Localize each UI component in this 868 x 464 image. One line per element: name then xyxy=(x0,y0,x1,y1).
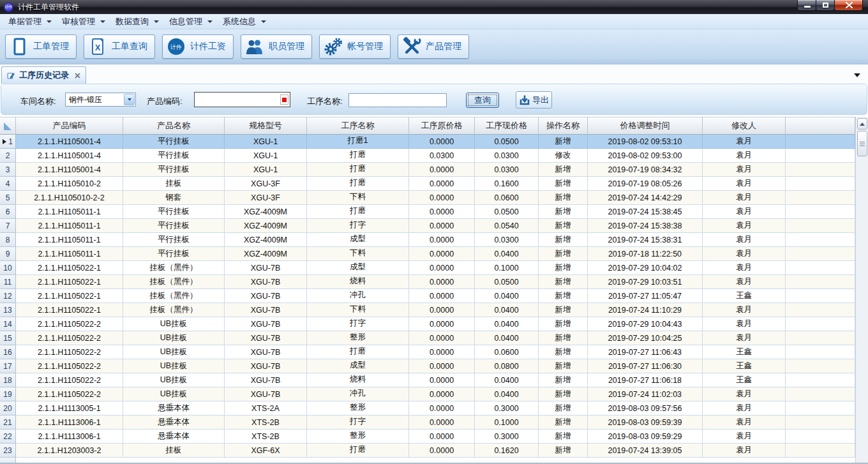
grid-cell[interactable]: 平行挂板 xyxy=(123,233,225,247)
grid-cell[interactable]: 新增 xyxy=(539,359,588,373)
grid-cell[interactable]: 袁月 xyxy=(703,275,786,289)
grid-cell[interactable]: 2.1.1.H1113006-1 xyxy=(16,415,123,430)
grid-cell[interactable]: 袁月 xyxy=(703,387,786,401)
grid-cell[interactable]: 新增 xyxy=(539,219,588,233)
grid-cell[interactable]: 0.0000 xyxy=(409,247,475,261)
grid-cell[interactable]: 0.0000 xyxy=(409,233,475,247)
grid-cell[interactable]: 王鑫 xyxy=(703,359,786,373)
grid-cell[interactable]: 悬垂本体 xyxy=(123,401,225,415)
work-order-mgmt-button[interactable]: 工单管理 xyxy=(5,34,77,59)
grid-cell[interactable]: 0.0000 xyxy=(409,430,475,444)
grid-cell[interactable]: 2.1.1.H1105001-4 xyxy=(16,149,123,163)
grid-cell[interactable]: 新增 xyxy=(539,430,588,444)
grid-cell[interactable]: 2.1.1.H1105022-2 xyxy=(16,345,123,359)
grid-cell[interactable]: 0.0000 xyxy=(409,219,475,233)
grid-cell[interactable]: 2019-08-02 09:53:00 xyxy=(588,149,703,163)
grid-cell[interactable]: 0.0500 xyxy=(475,205,539,219)
combo-dropdown-button[interactable] xyxy=(124,94,135,105)
row-number-cell[interactable]: 22 xyxy=(0,430,16,444)
scrollbar-thumb[interactable] xyxy=(857,131,867,156)
grid-cell[interactable]: 新增 xyxy=(539,303,588,317)
row-number-cell[interactable]: 23 xyxy=(0,444,16,458)
grid-cell-empty[interactable] xyxy=(786,331,855,345)
row-number-cell[interactable]: 5 xyxy=(0,191,16,205)
header-cell[interactable]: 修改人 xyxy=(703,117,786,135)
header-cell[interactable]: 操作名称 xyxy=(539,117,588,135)
grid-cell[interactable]: 0.0600 xyxy=(475,345,539,359)
menu-item-audit-mgmt[interactable]: 审核管理 xyxy=(58,14,112,29)
row-number-cell[interactable]: 17 xyxy=(0,359,16,373)
grid-cell[interactable]: 新增 xyxy=(539,261,588,275)
grid-cell[interactable]: 2019-07-27 11:06:18 xyxy=(588,373,703,387)
menu-item-data-query[interactable]: 数据查询 xyxy=(112,14,165,29)
grid-cell-empty[interactable] xyxy=(786,430,855,444)
grid-cell[interactable]: 0.0000 xyxy=(409,317,475,331)
grid-cell-empty[interactable] xyxy=(786,373,855,387)
grid-cell[interactable]: 打磨 xyxy=(307,149,409,163)
grid-cell[interactable]: 2019-07-27 11:05:47 xyxy=(588,289,703,303)
grid-cell[interactable]: 0.3000 xyxy=(475,430,539,444)
grid-cell[interactable]: 0.0400 xyxy=(475,331,539,345)
row-number-cell[interactable]: 6 xyxy=(0,205,16,219)
grid-cell[interactable]: 2.1.1.H1105022-2 xyxy=(16,331,123,345)
vertical-scrollbar[interactable] xyxy=(855,117,868,464)
grid-cell[interactable]: 2.1.1.H1203003-2 xyxy=(16,444,123,458)
grid-cell[interactable]: 袁月 xyxy=(703,317,786,331)
grid-cell[interactable]: 2019-07-24 11:02:03 xyxy=(588,387,703,401)
grid-cell[interactable]: 0.0000 xyxy=(409,275,475,289)
grid-cell[interactable]: 0.0000 xyxy=(409,444,475,458)
grid-cell[interactable]: XTS-2B xyxy=(225,430,307,444)
grid-cell[interactable]: 新增 xyxy=(539,401,588,415)
grid-cell[interactable]: 0.0500 xyxy=(475,135,539,149)
grid-cell[interactable]: 0.0000 xyxy=(409,261,475,275)
grid-cell[interactable]: 2019-07-27 11:06:43 xyxy=(588,345,703,359)
grid-cell[interactable]: 王鑫 xyxy=(703,373,786,387)
grid-cell[interactable]: 2019-07-18 11:22:50 xyxy=(588,247,703,261)
grid-cell[interactable]: 新增 xyxy=(539,289,588,303)
grid-cell[interactable]: 打磨 xyxy=(307,444,409,458)
grid-cell[interactable]: 平行挂板 xyxy=(123,205,225,219)
grid-cell[interactable]: XTS-2B xyxy=(225,415,307,430)
header-cell[interactable]: 产品编码 xyxy=(16,117,123,135)
header-cell[interactable]: 规格型号 xyxy=(225,117,307,135)
grid-cell[interactable]: 2019-08-02 09:53:10 xyxy=(588,135,703,149)
grid-cell[interactable]: 钢套 xyxy=(123,191,225,205)
grid-cell[interactable]: 袁月 xyxy=(703,177,786,191)
grid-cell[interactable]: 2.1.1.H1105022-2 xyxy=(16,317,123,331)
grid-cell[interactable]: 2.1.1.H1105022-1 xyxy=(16,261,123,275)
grid-cell[interactable]: 整形 xyxy=(307,401,409,415)
grid-cell[interactable]: 袁月 xyxy=(703,219,786,233)
grid-cell[interactable]: 0.0000 xyxy=(409,205,475,219)
staff-mgmt-button[interactable]: 职员管理 xyxy=(241,34,312,59)
grid-cell[interactable]: 2.1.1.H1105022-1 xyxy=(16,289,123,303)
grid-cell-empty[interactable] xyxy=(786,149,855,163)
grid-cell[interactable]: 2019-07-29 10:04:43 xyxy=(588,317,703,331)
grid-cell[interactable]: 0.0000 xyxy=(409,177,475,191)
grid-cell[interactable]: 打磨 xyxy=(307,205,409,219)
grid-cell[interactable]: 袁月 xyxy=(703,331,786,345)
grid-cell[interactable]: 袁月 xyxy=(703,233,786,247)
grid-cell[interactable]: XGZ-4009M xyxy=(225,205,307,219)
grid-cell-empty[interactable] xyxy=(786,219,855,233)
grid-cell[interactable]: 挂板 xyxy=(123,177,225,191)
grid-cell[interactable]: 2019-07-24 13:39:05 xyxy=(588,444,703,458)
grid-cell[interactable]: 冲孔 xyxy=(307,387,409,401)
grid-cell[interactable]: 2.1.1.H1113005-1 xyxy=(16,401,123,415)
grid-cell[interactable]: 新增 xyxy=(539,415,588,430)
row-number-cell[interactable]: 2 xyxy=(0,149,16,163)
grid-cell[interactable]: 冲孔 xyxy=(307,289,409,303)
grid-cell[interactable]: 2.1.1.H1105022-1 xyxy=(16,303,123,317)
grid-cell[interactable]: 袁月 xyxy=(703,135,786,149)
grid-cell[interactable]: 0.0300 xyxy=(475,163,539,177)
grid-cell[interactable]: XGZ-4009M xyxy=(225,219,307,233)
grid-cell[interactable]: 悬垂本体 xyxy=(123,430,225,444)
grid-cell[interactable]: 2019-08-03 09:59:29 xyxy=(588,430,703,444)
grid-cell[interactable]: 袁月 xyxy=(703,303,786,317)
grid-cell-empty[interactable] xyxy=(786,359,855,373)
header-cell-empty[interactable] xyxy=(786,117,855,135)
grid-cell[interactable]: 0.0300 xyxy=(475,149,539,163)
grid-cell[interactable]: 打磨 xyxy=(307,177,409,191)
grid-cell[interactable]: 2.1.1.H1105022-2 xyxy=(16,359,123,373)
grid-cell[interactable]: 袁月 xyxy=(703,247,786,261)
grid-cell[interactable]: 2019-07-19 08:34:32 xyxy=(588,163,703,177)
